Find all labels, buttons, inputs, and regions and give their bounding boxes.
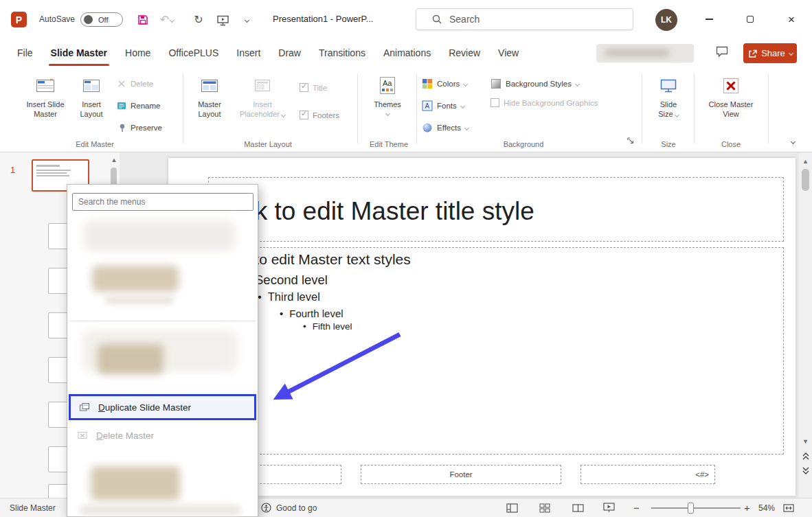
tab-insert[interactable]: Insert [227, 38, 269, 68]
group-label-close: Close [721, 140, 741, 148]
tab-slide-master[interactable]: Slide Master [42, 38, 116, 68]
menu-item-delete-master[interactable]: Delete Master [69, 426, 256, 445]
group-separator [357, 73, 358, 143]
tab-file[interactable]: File [8, 38, 42, 68]
panel-scroll-up-icon[interactable]: ▲ [109, 157, 120, 163]
group-separator [694, 73, 695, 143]
normal-view-button[interactable] [506, 498, 518, 517]
comment-icon [714, 45, 730, 58]
powerpoint-logo-icon[interactable]: P [11, 12, 27, 27]
blurred-menu-content [105, 296, 174, 304]
status-view-label: Slide Master [10, 498, 56, 517]
menu-item-label: Delete Master [96, 430, 154, 441]
tab-animations[interactable]: Animations [374, 38, 440, 68]
fit-to-window-button[interactable] [783, 498, 794, 517]
tab-transitions[interactable]: Transitions [310, 38, 374, 68]
close-button[interactable]: × [771, 0, 812, 38]
footers-checkbox[interactable]: Footers [300, 111, 339, 119]
blurred-menu-content [98, 344, 163, 374]
background-styles-button[interactable]: Background Styles [490, 76, 579, 91]
tab-review[interactable]: Review [440, 38, 489, 68]
slide-size-button[interactable]: Slide Size [647, 73, 690, 119]
slide-sorter-icon [539, 503, 550, 513]
zoom-slider-thumb[interactable] [688, 503, 694, 514]
svg-text:A: A [425, 102, 430, 110]
save-button[interactable] [134, 11, 152, 29]
group-label-size: Size [661, 140, 675, 148]
next-slide-button[interactable] [799, 467, 812, 475]
document-title: Presentation1 - PowerP... [273, 14, 373, 24]
group-label-master-layout: Master Layout [244, 140, 292, 148]
delete-button[interactable]: Delete [117, 76, 153, 91]
minimize-icon [706, 19, 713, 20]
start-slideshow-button[interactable] [214, 11, 232, 29]
slide-master-editing-surface[interactable]: Click to edit Master title style Click t… [168, 158, 796, 496]
customize-qat-button[interactable] [238, 11, 256, 29]
effects-icon [422, 122, 433, 133]
zoom-level[interactable]: 54% [758, 498, 775, 517]
redo-button[interactable]: ↻ [190, 11, 207, 29]
avatar[interactable]: LK [655, 9, 677, 31]
fonts-icon: A [422, 100, 433, 111]
slideshow-view-button[interactable] [603, 498, 615, 517]
save-icon [137, 14, 149, 26]
double-chevron-down-icon [802, 467, 810, 475]
search-box[interactable]: Search [416, 8, 633, 30]
slideshow-view-icon [603, 503, 615, 513]
slideshow-icon [216, 14, 229, 26]
accessibility-status[interactable]: Good to go [261, 498, 317, 517]
maximize-button[interactable] [730, 0, 771, 38]
body-level-5: •Fifth level [303, 321, 352, 332]
zoom-slider-track[interactable] [651, 507, 741, 509]
fonts-button[interactable]: A Fonts [422, 98, 464, 113]
previous-slide-button[interactable] [799, 452, 812, 460]
slide-number-placeholder[interactable]: <#> [580, 465, 715, 484]
zoom-in-button[interactable]: + [744, 498, 750, 517]
preserve-button[interactable]: Preserve [117, 120, 162, 135]
effects-button[interactable]: Effects [422, 120, 469, 135]
footer-placeholder[interactable]: Footer [361, 465, 561, 484]
body-level-3: •Third level [258, 290, 320, 303]
normal-view-icon [506, 503, 518, 513]
comments-button[interactable] [714, 45, 730, 58]
insert-placeholder-button[interactable]: Insert Placeholder [236, 73, 289, 119]
rename-button[interactable]: Rename [117, 98, 160, 113]
menu-search-input[interactable] [72, 193, 253, 211]
reading-view-button[interactable] [572, 498, 584, 517]
tab-view[interactable]: View [489, 38, 528, 68]
share-button[interactable]: Share [743, 43, 797, 63]
group-label-edit-theme: Edit Theme [370, 140, 408, 148]
autosave-label: AutoSave [39, 14, 75, 24]
double-chevron-up-icon [802, 452, 810, 460]
search-placeholder: Search [449, 14, 480, 25]
slide-number: 1 [10, 165, 15, 175]
scroll-down-button[interactable]: ▼ [799, 438, 812, 445]
menu-item-duplicate-slide-master[interactable]: Duplicate Slide Master [69, 394, 256, 420]
undo-button[interactable]: ↶ [158, 11, 176, 29]
fit-to-window-icon [783, 503, 794, 513]
master-layout-button[interactable]: Master Layout [190, 73, 229, 119]
minimize-button[interactable] [688, 0, 730, 38]
insert-slide-master-button[interactable]: * Insert Slide Master [23, 73, 67, 119]
ribbon-tab-bar: File Slide Master Home OfficePLUS Insert… [0, 38, 812, 68]
hide-background-graphics-checkbox[interactable]: Hide Background Graphics [490, 98, 598, 107]
scrollbar-thumb[interactable] [802, 169, 809, 191]
collapse-ribbon-button[interactable] [785, 135, 801, 148]
tab-officeplus[interactable]: OfficePLUS [159, 38, 227, 68]
background-dialog-launcher[interactable] [627, 137, 635, 145]
tab-home[interactable]: Home [116, 38, 159, 68]
autosave-toggle[interactable]: Off [80, 12, 123, 27]
scroll-up-button[interactable]: ▲ [799, 158, 812, 165]
tab-draw[interactable]: Draw [269, 38, 310, 68]
zoom-out-button[interactable]: − [633, 498, 640, 517]
slide-sorter-view-button[interactable] [539, 498, 550, 517]
insert-layout-button[interactable]: Insert Layout [70, 73, 113, 119]
insert-placeholder-dropdown-icon [281, 113, 286, 117]
close-master-view-button[interactable]: Close Master View [702, 73, 760, 119]
share-label: Share [761, 48, 785, 58]
colors-button[interactable]: Colors [422, 76, 467, 91]
group-separator [416, 73, 417, 143]
close-master-view-icon [721, 73, 741, 98]
title-checkbox[interactable]: Title [300, 83, 327, 92]
themes-button[interactable]: Aa Themes [365, 73, 409, 115]
